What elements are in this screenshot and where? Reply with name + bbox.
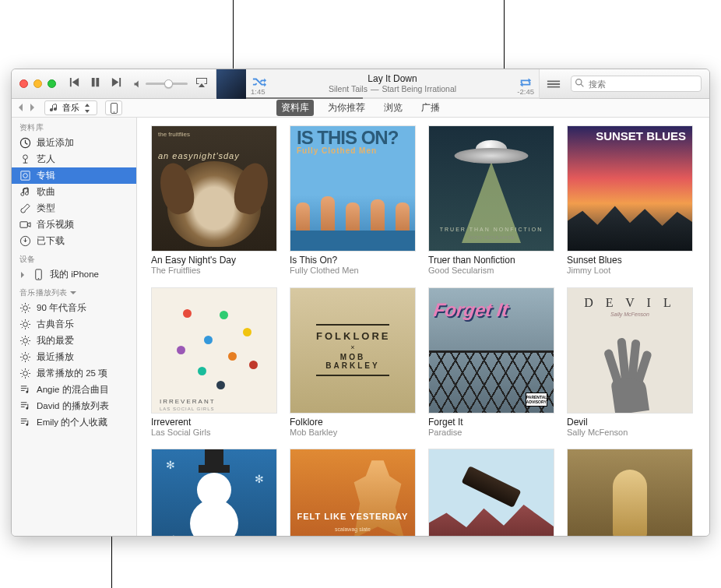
previous-button[interactable] — [69, 76, 80, 91]
album-icon — [19, 170, 31, 181]
chevron-down-icon — [70, 290, 76, 296]
sidebar-playlist-favorites[interactable]: 我的最爱 — [12, 333, 136, 349]
album-tile[interactable]: FELT LIKE YESTERDAYscalawag slate — [290, 449, 416, 536]
album-artwork[interactable]: IRREVERANTLAS SOCIAL GIRLS — [151, 287, 277, 414]
album-artwork[interactable]: SUNSET BLUES — [567, 125, 693, 252]
minimize-button[interactable] — [33, 79, 42, 88]
sidebar-playlist-90s[interactable]: 90 年代音乐 — [12, 300, 136, 316]
clock-icon — [19, 137, 31, 149]
sidebar-header-playlists[interactable]: 音乐播放列表 — [12, 283, 136, 300]
media-type-selector[interactable]: 音乐 — [44, 100, 97, 115]
sidebar-header-devices: 设备 — [12, 249, 136, 266]
svg-point-6 — [23, 174, 28, 178]
svg-point-2 — [113, 111, 114, 113]
sidebar-header-library: 资料库 — [12, 118, 136, 135]
sidebar-playlist-classical[interactable]: 古典音乐 — [12, 316, 136, 333]
playlist-icon — [19, 384, 31, 396]
album-artwork[interactable]: FOLKLORE×MOB BARKLEY — [290, 287, 416, 414]
music-icon — [50, 104, 59, 113]
album-title: Folklore — [290, 417, 416, 428]
transport-controls — [69, 76, 122, 91]
sidebar-item-albums[interactable]: 专辑 — [12, 167, 136, 184]
window-controls — [12, 79, 56, 88]
sidebar-item-recently-added[interactable]: 最近添加 — [12, 135, 136, 151]
album-tile[interactable]: Forget It PARENTAL ADVISORY Forget It Pa… — [428, 287, 554, 438]
album-tile[interactable]: FOLKLORE×MOB BARKLEY Folklore Mob Barkle… — [290, 287, 416, 438]
up-next-button[interactable] — [540, 79, 568, 90]
album-artist: Jimmy Loot — [567, 266, 693, 276]
album-grid: the fruitflies an easynight'sday An Easy… — [137, 118, 709, 536]
next-button[interactable] — [111, 76, 122, 91]
svg-rect-7 — [20, 222, 27, 228]
close-button[interactable] — [19, 79, 28, 88]
sidebar-playlist-david[interactable]: David 的播放列表 — [12, 398, 136, 414]
sidebar-item-songs[interactable]: 歌曲 — [12, 184, 136, 200]
album-tile[interactable]: ✻✻✻ HOLIDAY STANDARDS — [151, 449, 277, 536]
sidebar-playlist-angie[interactable]: Angie 的混合曲目 — [12, 382, 136, 398]
album-artist: Paradise — [428, 428, 554, 438]
album-title: Sunset Blues — [567, 255, 693, 266]
album-artwork[interactable]: IS THIS ON?Fully Clothed Men — [290, 125, 416, 252]
album-artwork[interactable] — [428, 449, 554, 536]
album-artwork[interactable]: ✻✻✻ HOLIDAY STANDARDS — [151, 449, 277, 536]
video-icon — [19, 219, 31, 231]
sidebar-playlist-top25[interactable]: 最常播放的 25 项 — [12, 365, 136, 382]
album-tile[interactable] — [428, 449, 554, 536]
tab-for-you[interactable]: 为你推荐 — [323, 100, 370, 116]
album-title: Is This On? — [290, 255, 416, 266]
album-tile[interactable]: D E V I LSally McFenson Devil Sally McFe… — [567, 287, 693, 438]
zoom-button[interactable] — [47, 79, 56, 88]
pause-button[interactable] — [90, 76, 101, 91]
phone-icon — [111, 103, 118, 114]
sidebar-item-artists[interactable]: 艺人 — [12, 151, 136, 167]
album-tile[interactable]: the fruitflies an easynight'sday An Easy… — [151, 125, 277, 276]
album-artwork[interactable]: Forget It PARENTAL ADVISORY — [428, 287, 554, 414]
album-title: Forget It — [428, 417, 554, 428]
svg-point-12 — [23, 322, 28, 327]
search-input[interactable] — [571, 76, 702, 92]
tab-library[interactable]: 资料库 — [276, 100, 314, 116]
album-artwork[interactable] — [567, 449, 693, 536]
sidebar-item-iphone[interactable]: 我的 iPhone — [12, 266, 136, 283]
album-title: Devil — [567, 417, 693, 428]
now-playing-artwork[interactable] — [216, 69, 246, 99]
playlist-icon — [19, 417, 31, 428]
svg-point-4 — [23, 155, 28, 160]
sidebar-item-music-videos[interactable]: 音乐视频 — [12, 217, 136, 233]
sidebar-playlist-recent[interactable]: 最近播放 — [12, 349, 136, 365]
svg-point-13 — [23, 339, 28, 343]
playlist-icon — [19, 400, 31, 412]
album-tile[interactable]: SUNSET BLUES Sunset Blues Jimmy Loot — [567, 125, 693, 276]
chevron-right-icon — [19, 272, 26, 278]
sidebar-item-genres[interactable]: 类型 — [12, 200, 136, 217]
back-button[interactable] — [16, 101, 26, 115]
device-button[interactable] — [105, 100, 122, 115]
note-icon — [19, 186, 31, 198]
gear-icon — [19, 368, 31, 379]
sidebar-playlist-emily[interactable]: Emily 的个人收藏 — [12, 414, 136, 431]
album-artwork[interactable]: FELT LIKE YESTERDAYscalawag slate — [290, 449, 416, 536]
now-playing-subtitle: Silent Tails—Start Being Irrational — [266, 84, 519, 93]
svg-point-10 — [38, 278, 39, 279]
album-artwork[interactable]: the fruitflies an easynight'sday — [151, 125, 277, 252]
sidebar-item-downloaded[interactable]: 已下载 — [12, 233, 136, 249]
album-title: Irreverent — [151, 417, 277, 428]
album-tile[interactable]: IRREVERANTLAS SOCIAL GIRLS Irreverent La… — [151, 287, 277, 438]
svg-point-11 — [23, 306, 28, 311]
now-playing-display: Lay It Down Silent Tails—Start Being Irr… — [216, 69, 540, 99]
forward-button[interactable] — [27, 101, 37, 115]
itunes-window: Lay It Down Silent Tails—Start Being Irr… — [11, 69, 710, 537]
album-artwork[interactable]: D E V I LSally McFenson — [567, 287, 693, 414]
album-artwork[interactable]: TRUER THAN NONFICTIONGOOD SECULARISM — [428, 125, 554, 252]
album-tile[interactable] — [567, 449, 693, 536]
album-tile[interactable]: TRUER THAN NONFICTIONGOOD SECULARISM Tru… — [428, 125, 554, 276]
album-artist: The Fruitflies — [151, 266, 277, 276]
airplay-button[interactable] — [195, 77, 208, 91]
search-field[interactable] — [571, 76, 702, 92]
nav-bar: 音乐 资料库 为你推荐 浏览 广播 — [12, 99, 709, 118]
tab-browse[interactable]: 浏览 — [379, 100, 407, 116]
tab-radio[interactable]: 广播 — [417, 100, 445, 116]
album-tile[interactable]: IS THIS ON?Fully Clothed Men Is This On?… — [290, 125, 416, 276]
volume-slider[interactable] — [133, 79, 188, 89]
svg-point-15 — [23, 371, 28, 376]
